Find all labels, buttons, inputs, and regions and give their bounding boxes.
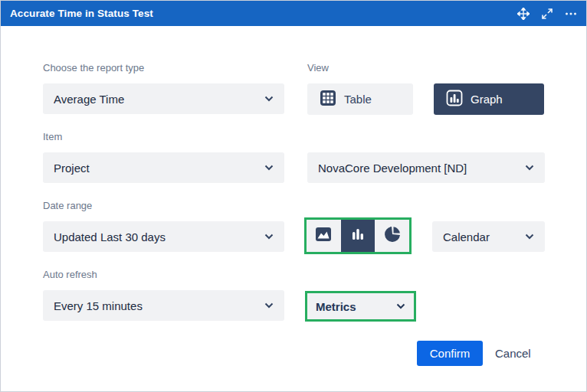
pie-chart-icon (384, 226, 401, 246)
auto-refresh-label: Auto refresh (43, 269, 97, 280)
report-type-value: Average Time (54, 93, 258, 106)
area-chart-icon (314, 225, 333, 247)
more-icon[interactable] (565, 8, 577, 19)
chevron-down-icon (396, 303, 405, 309)
chevron-down-icon (525, 234, 534, 240)
dialog-title: Accurate Time in Status Test (10, 8, 153, 19)
chevron-down-icon (264, 302, 274, 309)
cancel-button[interactable]: Cancel (495, 341, 531, 366)
graph-icon (446, 90, 463, 109)
calendar-value: Calendar (443, 230, 519, 243)
project-value: NovaCore Development [ND] (318, 162, 519, 175)
metrics-value: Metrics (316, 300, 390, 313)
report-type-select[interactable]: Average Time (43, 83, 284, 114)
area-chart-button[interactable] (307, 220, 341, 252)
chevron-down-icon (264, 165, 274, 171)
date-range-label: Date range (43, 200, 92, 211)
project-select[interactable]: NovaCore Development [ND] (307, 152, 545, 183)
date-range-value: Updated Last 30 days (54, 230, 258, 243)
report-type-label: Choose the report type (43, 62, 144, 74)
view-table-button[interactable]: Table (307, 83, 413, 115)
auto-refresh-value: Every 15 minutes (54, 299, 258, 312)
chart-type-group (304, 217, 412, 254)
move-icon[interactable] (517, 8, 530, 20)
chevron-down-icon (264, 96, 274, 102)
item-value: Project (54, 162, 258, 175)
bar-chart-icon (349, 225, 367, 247)
bar-chart-button[interactable] (341, 220, 375, 252)
gadget-config-dialog: Accurate Time in Status Test (0, 0, 587, 392)
confirm-button[interactable]: Confirm (417, 341, 483, 366)
metrics-select[interactable]: Metrics (305, 291, 416, 322)
date-range-select[interactable]: Updated Last 30 days (43, 221, 284, 252)
view-graph-label: Graph (471, 93, 503, 106)
chevron-down-icon (264, 234, 274, 240)
view-table-label: Table (344, 93, 372, 106)
view-graph-button[interactable]: Graph (434, 83, 544, 115)
view-label: View (307, 62, 329, 74)
table-icon (320, 90, 336, 109)
item-label: Item (43, 131, 62, 142)
item-select[interactable]: Project (43, 152, 284, 183)
dialog-header: Accurate Time in Status Test (1, 1, 586, 26)
calendar-select[interactable]: Calendar (432, 221, 545, 252)
expand-icon[interactable] (542, 8, 553, 19)
pie-chart-button[interactable] (375, 220, 409, 252)
auto-refresh-select[interactable]: Every 15 minutes (43, 290, 284, 321)
chevron-down-icon (525, 165, 534, 171)
